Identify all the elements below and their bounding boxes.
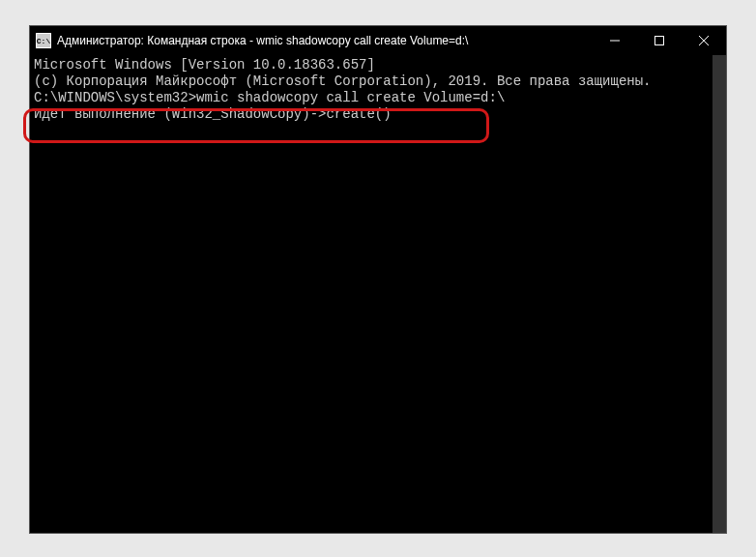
command-prompt-window: C:\ Администратор: Командная строка - wm… xyxy=(29,25,727,534)
terminal-line: Microsoft Windows [Version 10.0.18363.65… xyxy=(34,57,712,73)
window-title: Администратор: Командная строка - wmic s… xyxy=(57,34,593,47)
svg-rect-1 xyxy=(655,37,664,45)
close-button[interactable] xyxy=(682,26,726,55)
terminal-output[interactable]: Microsoft Windows [Version 10.0.18363.65… xyxy=(30,55,726,533)
cmd-icon-label: C:\ xyxy=(37,37,50,45)
terminal-line: (c) Корпорация Майкрософт (Microsoft Cor… xyxy=(34,73,712,90)
window-titlebar[interactable]: C:\ Администратор: Командная строка - wm… xyxy=(30,26,726,55)
cmd-icon: C:\ xyxy=(36,33,51,48)
minimize-button[interactable] xyxy=(593,26,637,55)
maximize-button[interactable] xyxy=(637,26,682,55)
window-controls xyxy=(593,26,726,55)
terminal-line: Идет выполнение (Win32_ShadowCopy)->crea… xyxy=(34,106,712,123)
terminal-line: C:\WINDOWS\system32>wmic shadowcopy call… xyxy=(34,90,712,106)
